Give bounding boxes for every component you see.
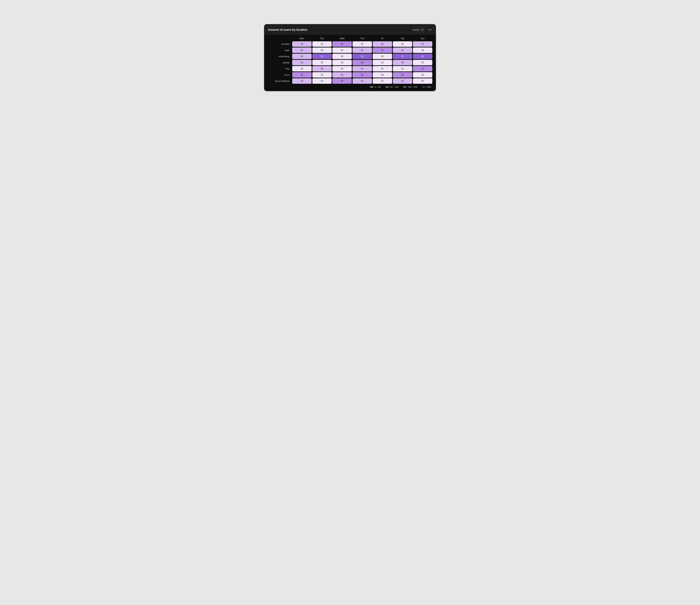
- heatmap-cell[interactable]: 52: [292, 41, 311, 47]
- heatmap-cell[interactable]: 52: [393, 66, 412, 71]
- location-header: Ferns: [268, 74, 292, 76]
- heatmap-cell[interactable]: 52: [332, 60, 352, 65]
- heatmap-panel: MonTueWedThuFriSatSunRoskilde52525252525…: [265, 35, 435, 91]
- heatmap-cell[interactable]: 52: [312, 54, 332, 59]
- heatmap-cell[interactable]: 52: [352, 60, 372, 65]
- heatmap-cell[interactable]: 52: [413, 66, 432, 71]
- heatmap-cell[interactable]: 52: [373, 78, 392, 84]
- heatmap-cell[interactable]: 52: [332, 78, 352, 84]
- heatmap-cell[interactable]: 52: [393, 60, 412, 65]
- legend-swatch: [403, 87, 406, 87]
- heatmap-cell[interactable]: 52: [312, 41, 332, 47]
- heatmap-cell[interactable]: 52: [373, 66, 392, 71]
- heatmap-cell[interactable]: 52: [312, 78, 332, 84]
- more-icon: [428, 29, 429, 30]
- heatmap-cell[interactable]: 52: [312, 72, 332, 78]
- legend: 0 – 5050 – 100100 – 200500+: [268, 84, 432, 88]
- heatmap-cell[interactable]: 52: [413, 78, 432, 84]
- day-header: Sun: [413, 37, 432, 41]
- legend-swatch: [422, 87, 425, 87]
- period-selector-label: Weekly: [412, 29, 420, 31]
- heatmap-cell[interactable]: 52: [393, 72, 412, 78]
- day-header: Thu: [352, 37, 372, 41]
- day-header: Tue: [312, 37, 332, 41]
- heatmap-cell[interactable]: 52: [413, 54, 432, 59]
- legend-item: 100 – 200: [403, 86, 417, 88]
- legend-label: 0 – 50: [375, 86, 381, 88]
- legend-swatch: [370, 87, 373, 87]
- card-title: Amount of scans by location: [268, 28, 307, 31]
- heatmap-cell[interactable]: 52: [413, 60, 432, 65]
- location-header: Store Heddinge: [268, 80, 292, 82]
- heatmap-cell[interactable]: 52: [352, 78, 372, 84]
- heatmap-cell[interactable]: 52: [292, 72, 311, 78]
- legend-swatch: [385, 87, 389, 87]
- heatmap-cell[interactable]: 52: [413, 72, 432, 78]
- heatmap-cell[interactable]: 52: [373, 60, 392, 65]
- heatmap-cell[interactable]: 52: [352, 54, 372, 59]
- legend-item: 0 – 50: [370, 86, 381, 88]
- heatmap-cell[interactable]: 52: [332, 66, 352, 71]
- heatmap-cell[interactable]: 52: [292, 47, 311, 53]
- legend-item: 500+: [422, 86, 431, 88]
- chevron-down-icon: [421, 28, 424, 31]
- heatmap-cell[interactable]: 52: [393, 41, 412, 47]
- day-header: Wed: [332, 37, 352, 41]
- heatmap-cell[interactable]: 52: [373, 72, 392, 78]
- heatmap-cell[interactable]: 52: [373, 54, 392, 59]
- heatmap-cell[interactable]: 52: [332, 54, 352, 59]
- location-header: Køge: [268, 49, 292, 51]
- location-header: Kalundborg: [268, 55, 292, 57]
- heatmap-cell[interactable]: 52: [352, 72, 372, 78]
- heatmap-cell[interactable]: 52: [393, 54, 412, 59]
- heatmap-cell[interactable]: 52: [292, 78, 311, 84]
- heatmap-grid: MonTueWedThuFriSatSunRoskilde52525252525…: [268, 37, 432, 84]
- heatmap-cell[interactable]: 52: [292, 54, 311, 59]
- heatmap-cell[interactable]: 52: [373, 47, 392, 53]
- more-options-button[interactable]: [428, 29, 432, 31]
- period-selector[interactable]: Weekly: [410, 27, 425, 32]
- heatmap-cell[interactable]: 52: [332, 41, 352, 47]
- location-header: Viby: [268, 68, 292, 70]
- heatmap-cell[interactable]: 52: [373, 41, 392, 47]
- heatmap-cell[interactable]: 52: [413, 41, 432, 47]
- day-header: Fri: [373, 37, 392, 41]
- header-controls: Weekly: [410, 27, 432, 32]
- day-header: Sat: [393, 37, 412, 41]
- heatmap-cell[interactable]: 52: [352, 41, 372, 47]
- legend-item: 50 – 100: [385, 86, 398, 88]
- heatmap-cell[interactable]: 52: [312, 60, 332, 65]
- heatmap-cell[interactable]: 52: [292, 66, 311, 71]
- heatmap-cell[interactable]: 52: [312, 47, 332, 53]
- day-header: Mon: [292, 37, 311, 41]
- location-header: Jyllinge: [268, 61, 292, 64]
- heatmap-cell[interactable]: 52: [312, 66, 332, 71]
- heatmap-cell[interactable]: 52: [413, 47, 432, 53]
- heatmap-cell[interactable]: 52: [352, 66, 372, 71]
- legend-label: 50 – 100: [390, 86, 398, 88]
- heatmap-cell[interactable]: 52: [352, 47, 372, 53]
- heatmap-cell[interactable]: 52: [393, 47, 412, 53]
- card-header: Amount of scans by location Weekly: [264, 24, 436, 35]
- heatmap-cell[interactable]: 52: [393, 78, 412, 84]
- heatmap-cell[interactable]: 52: [332, 47, 352, 53]
- heatmap-cell[interactable]: 52: [292, 60, 311, 65]
- legend-label: 100 – 200: [408, 86, 417, 88]
- scans-by-location-card: Amount of scans by location Weekly: [264, 24, 436, 91]
- legend-label: 500+: [427, 86, 431, 88]
- location-header: Roskilde: [268, 43, 292, 45]
- heatmap-cell[interactable]: 52: [332, 72, 352, 78]
